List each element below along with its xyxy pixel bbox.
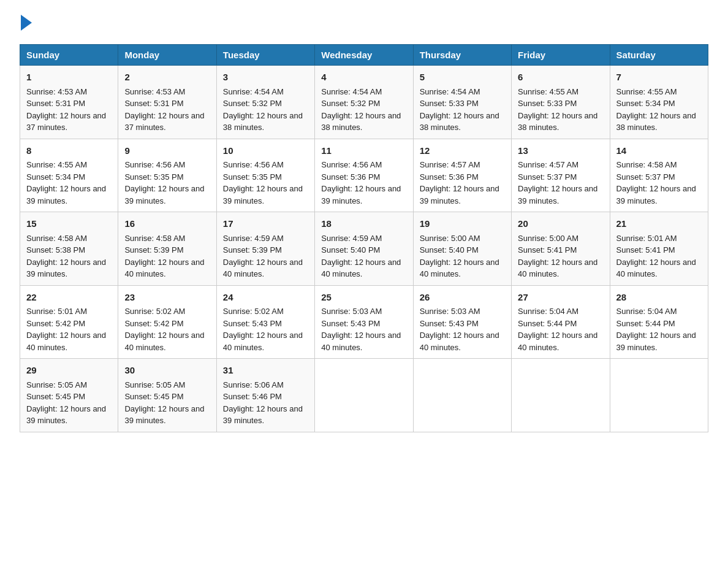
calendar-cell: 2 Sunrise: 4:53 AMSunset: 5:31 PMDayligh…: [118, 66, 216, 139]
day-info: Sunrise: 5:01 AMSunset: 5:42 PMDaylight:…: [26, 307, 106, 352]
day-number: 5: [420, 71, 505, 85]
day-number: 3: [223, 71, 308, 85]
calendar-week-row: 22 Sunrise: 5:01 AMSunset: 5:42 PMDaylig…: [20, 285, 708, 359]
calendar-cell: 16 Sunrise: 4:58 AMSunset: 5:39 PMDaylig…: [118, 212, 216, 286]
col-header-saturday: Saturday: [610, 45, 708, 66]
day-number: 6: [518, 71, 603, 85]
day-info: Sunrise: 5:03 AMSunset: 5:43 PMDaylight:…: [420, 307, 499, 352]
calendar-cell: 15 Sunrise: 4:58 AMSunset: 5:38 PMDaylig…: [20, 212, 118, 286]
calendar-cell: 12 Sunrise: 4:57 AMSunset: 5:36 PMDaylig…: [413, 139, 511, 212]
day-number: 28: [616, 291, 702, 305]
day-info: Sunrise: 4:59 AMSunset: 5:40 PMDaylight:…: [321, 234, 401, 279]
day-info: Sunrise: 5:05 AMSunset: 5:45 PMDaylight:…: [26, 380, 106, 426]
calendar-cell: 24 Sunrise: 5:02 AMSunset: 5:43 PMDaylig…: [216, 285, 314, 359]
calendar-week-row: 1 Sunrise: 4:53 AMSunset: 5:31 PMDayligh…: [20, 66, 708, 139]
calendar-cell: 17 Sunrise: 4:59 AMSunset: 5:39 PMDaylig…: [216, 212, 314, 286]
day-info: Sunrise: 5:04 AMSunset: 5:44 PMDaylight:…: [518, 307, 597, 352]
day-info: Sunrise: 4:56 AMSunset: 5:35 PMDaylight:…: [223, 160, 303, 205]
day-info: Sunrise: 5:00 AMSunset: 5:40 PMDaylight:…: [420, 234, 499, 279]
day-number: 7: [616, 71, 702, 85]
calendar-cell: 30 Sunrise: 5:05 AMSunset: 5:45 PMDaylig…: [118, 359, 216, 432]
day-number: 14: [616, 144, 702, 158]
day-number: 9: [124, 144, 210, 158]
col-header-thursday: Thursday: [413, 45, 511, 66]
day-info: Sunrise: 4:58 AMSunset: 5:39 PMDaylight:…: [124, 234, 204, 279]
svg-marker-0: [21, 15, 32, 31]
calendar-cell: 29 Sunrise: 5:05 AMSunset: 5:45 PMDaylig…: [20, 359, 118, 432]
calendar-cell: 6 Sunrise: 4:55 AMSunset: 5:33 PMDayligh…: [512, 66, 610, 139]
day-info: Sunrise: 4:57 AMSunset: 5:36 PMDaylight:…: [420, 160, 499, 205]
calendar-cell: 22 Sunrise: 5:01 AMSunset: 5:42 PMDaylig…: [20, 285, 118, 359]
calendar-cell: [512, 359, 610, 432]
calendar-cell: 9 Sunrise: 4:56 AMSunset: 5:35 PMDayligh…: [118, 139, 216, 212]
calendar-cell: 4 Sunrise: 4:54 AMSunset: 5:32 PMDayligh…: [315, 66, 413, 139]
day-number: 29: [26, 364, 112, 378]
calendar-cell: 26 Sunrise: 5:03 AMSunset: 5:43 PMDaylig…: [413, 285, 511, 359]
col-header-monday: Monday: [118, 45, 216, 66]
day-info: Sunrise: 4:56 AMSunset: 5:35 PMDaylight:…: [124, 160, 204, 205]
calendar-cell: [413, 359, 511, 432]
day-number: 27: [518, 291, 603, 305]
day-info: Sunrise: 4:53 AMSunset: 5:31 PMDaylight:…: [26, 87, 106, 132]
col-header-sunday: Sunday: [20, 45, 118, 66]
calendar-cell: 27 Sunrise: 5:04 AMSunset: 5:44 PMDaylig…: [512, 285, 610, 359]
day-number: 15: [26, 217, 112, 231]
calendar-cell: 20 Sunrise: 5:00 AMSunset: 5:41 PMDaylig…: [512, 212, 610, 286]
calendar-cell: 21 Sunrise: 5:01 AMSunset: 5:41 PMDaylig…: [610, 212, 708, 286]
day-number: 22: [26, 291, 112, 305]
day-info: Sunrise: 5:01 AMSunset: 5:41 PMDaylight:…: [616, 234, 696, 279]
calendar-cell: 18 Sunrise: 4:59 AMSunset: 5:40 PMDaylig…: [315, 212, 413, 286]
day-number: 16: [124, 217, 210, 231]
day-info: Sunrise: 5:03 AMSunset: 5:43 PMDaylight:…: [321, 307, 401, 352]
col-header-wednesday: Wednesday: [315, 45, 413, 66]
day-number: 13: [518, 144, 603, 158]
day-info: Sunrise: 4:54 AMSunset: 5:32 PMDaylight:…: [321, 87, 401, 132]
calendar-table: SundayMondayTuesdayWednesdayThursdayFrid…: [20, 44, 708, 432]
day-info: Sunrise: 4:54 AMSunset: 5:33 PMDaylight:…: [420, 87, 499, 132]
calendar-cell: 8 Sunrise: 4:55 AMSunset: 5:34 PMDayligh…: [20, 139, 118, 212]
header-row: SundayMondayTuesdayWednesdayThursdayFrid…: [20, 45, 708, 66]
day-number: 26: [420, 291, 505, 305]
day-info: Sunrise: 5:02 AMSunset: 5:43 PMDaylight:…: [223, 307, 303, 352]
calendar-cell: 3 Sunrise: 4:54 AMSunset: 5:32 PMDayligh…: [216, 66, 314, 139]
day-number: 4: [321, 71, 406, 85]
day-info: Sunrise: 5:05 AMSunset: 5:45 PMDaylight:…: [124, 380, 204, 426]
calendar-cell: 31 Sunrise: 5:06 AMSunset: 5:46 PMDaylig…: [216, 359, 314, 432]
calendar-cell: 28 Sunrise: 5:04 AMSunset: 5:44 PMDaylig…: [610, 285, 708, 359]
day-number: 10: [223, 144, 308, 158]
day-info: Sunrise: 4:56 AMSunset: 5:36 PMDaylight:…: [321, 160, 401, 205]
calendar-cell: 23 Sunrise: 5:02 AMSunset: 5:42 PMDaylig…: [118, 285, 216, 359]
calendar-cell: [610, 359, 708, 432]
calendar-cell: 19 Sunrise: 5:00 AMSunset: 5:40 PMDaylig…: [413, 212, 511, 286]
calendar-cell: [315, 359, 413, 432]
page-header: [20, 15, 708, 33]
day-number: 25: [321, 291, 406, 305]
day-number: 11: [321, 144, 406, 158]
day-number: 21: [616, 217, 702, 231]
day-number: 12: [420, 144, 505, 158]
calendar-cell: 7 Sunrise: 4:55 AMSunset: 5:34 PMDayligh…: [610, 66, 708, 139]
day-info: Sunrise: 4:55 AMSunset: 5:33 PMDaylight:…: [518, 87, 597, 132]
calendar-week-row: 15 Sunrise: 4:58 AMSunset: 5:38 PMDaylig…: [20, 212, 708, 286]
calendar-cell: 5 Sunrise: 4:54 AMSunset: 5:33 PMDayligh…: [413, 66, 511, 139]
day-info: Sunrise: 4:58 AMSunset: 5:38 PMDaylight:…: [26, 234, 106, 279]
day-number: 23: [124, 291, 210, 305]
calendar-cell: 10 Sunrise: 4:56 AMSunset: 5:35 PMDaylig…: [216, 139, 314, 212]
day-info: Sunrise: 4:53 AMSunset: 5:31 PMDaylight:…: [124, 87, 204, 132]
day-info: Sunrise: 5:02 AMSunset: 5:42 PMDaylight:…: [124, 307, 204, 352]
day-info: Sunrise: 5:04 AMSunset: 5:44 PMDaylight:…: [616, 307, 696, 352]
calendar-week-row: 8 Sunrise: 4:55 AMSunset: 5:34 PMDayligh…: [20, 139, 708, 212]
day-info: Sunrise: 5:06 AMSunset: 5:46 PMDaylight:…: [223, 380, 303, 426]
col-header-friday: Friday: [512, 45, 610, 66]
day-info: Sunrise: 5:00 AMSunset: 5:41 PMDaylight:…: [518, 234, 597, 279]
day-info: Sunrise: 4:55 AMSunset: 5:34 PMDaylight:…: [616, 87, 696, 132]
calendar-cell: 25 Sunrise: 5:03 AMSunset: 5:43 PMDaylig…: [315, 285, 413, 359]
day-number: 31: [223, 364, 308, 378]
calendar-week-row: 29 Sunrise: 5:05 AMSunset: 5:45 PMDaylig…: [20, 359, 708, 432]
col-header-tuesday: Tuesday: [216, 45, 314, 66]
day-number: 2: [124, 71, 210, 85]
day-number: 24: [223, 291, 308, 305]
day-number: 18: [321, 217, 406, 231]
day-info: Sunrise: 4:54 AMSunset: 5:32 PMDaylight:…: [223, 87, 303, 132]
day-info: Sunrise: 4:59 AMSunset: 5:39 PMDaylight:…: [223, 234, 303, 279]
